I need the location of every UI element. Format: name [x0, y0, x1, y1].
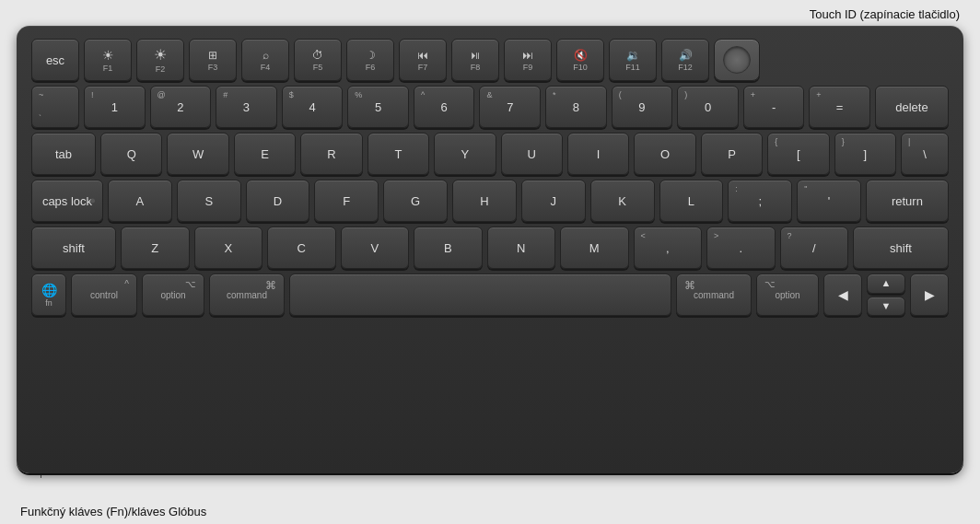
key-b[interactable]: B [414, 227, 483, 269]
key-f4[interactable]: ⌕ F4 [241, 39, 289, 81]
key-control-left[interactable]: ^ control [71, 274, 137, 316]
key-7[interactable]: & 7 [479, 86, 541, 128]
key-w[interactable]: W [167, 133, 228, 175]
row-asdf: caps lock A S D F G H J K L : ; " ' retu… [31, 180, 949, 222]
key-f6[interactable]: ☽ F6 [346, 39, 394, 81]
fn-annotation: Funkčný kláves (Fn)/kláves Glóbus [20, 505, 206, 518]
key-h[interactable]: H [452, 180, 517, 222]
key-slash[interactable]: ? / [780, 227, 849, 269]
key-x[interactable]: X [194, 227, 263, 269]
key-q[interactable]: Q [100, 133, 162, 175]
key-g[interactable]: G [383, 180, 448, 222]
key-f3-label: F3 [208, 64, 218, 72]
caps-lock-indicator [90, 199, 95, 204]
touchid-annotation: Touch ID (zapínacie tlačidlo) [810, 7, 960, 21]
key-shift-right[interactable]: shift [853, 227, 949, 269]
key-f10[interactable]: 🔇 F10 [556, 39, 604, 81]
keyboard: esc ☀ F1 ☀ F2 ⊞ F3 ⌕ F4 ⏱ F5 [17, 26, 963, 473]
key-shift-left[interactable]: shift [31, 227, 116, 269]
key-backslash[interactable]: | \ [901, 133, 949, 175]
key-arrow-right[interactable]: ▶ [910, 274, 949, 316]
key-f2-label: F2 [156, 65, 166, 74]
key-command-left[interactable]: ⌘ command [209, 274, 285, 316]
key-u[interactable]: U [501, 133, 563, 175]
key-z[interactable]: Z [121, 227, 190, 269]
key-return[interactable]: return [866, 180, 949, 222]
key-6[interactable]: ^ 6 [414, 86, 475, 128]
touchid-sensor [723, 46, 751, 74]
key-v[interactable]: V [341, 227, 410, 269]
key-f10-label: F10 [573, 64, 588, 72]
key-k[interactable]: K [590, 180, 655, 222]
key-5[interactable]: % 5 [347, 86, 409, 128]
row-numbers: ~ ` ! 1 @ 2 # 3 $ 4 % 5 [31, 86, 949, 128]
key-f1[interactable]: ☀ F1 [84, 39, 132, 81]
key-backtick[interactable]: ~ ` [31, 86, 79, 128]
keyboard-wrapper: esc ☀ F1 ☀ F2 ⊞ F3 ⌕ F4 ⏱ F5 [17, 26, 963, 473]
key-esc[interactable]: esc [31, 39, 79, 81]
key-delete[interactable]: delete [875, 86, 949, 128]
key-f8[interactable]: ⏯ F8 [451, 39, 499, 81]
key-o[interactable]: O [634, 133, 695, 175]
key-r[interactable]: R [300, 133, 362, 175]
key-option-left[interactable]: ⌥ option [142, 274, 204, 316]
key-comma[interactable]: < , [634, 227, 703, 269]
key-arrow-up[interactable]: ▲ [867, 274, 905, 294]
key-m[interactable]: M [560, 227, 629, 269]
key-arrow-down[interactable]: ▼ [867, 297, 905, 317]
key-f5[interactable]: ⏱ F5 [294, 39, 342, 81]
key-capslock[interactable]: caps lock [31, 180, 103, 222]
key-rbracket[interactable]: } ] [834, 133, 896, 175]
key-equals[interactable]: + = [809, 86, 870, 128]
key-esc-label: esc [46, 54, 64, 66]
key-i[interactable]: I [567, 133, 629, 175]
key-0[interactable]: ) 0 [677, 86, 739, 128]
row-fn: esc ☀ F1 ☀ F2 ⊞ F3 ⌕ F4 ⏱ F5 [31, 39, 949, 81]
key-9[interactable]: ( 9 [612, 86, 673, 128]
key-semicolon[interactable]: : ; [728, 180, 792, 222]
key-1[interactable]: ! 1 [84, 86, 146, 128]
key-2[interactable]: @ 2 [150, 86, 212, 128]
key-fn-globe[interactable]: 🌐 fn [31, 274, 66, 316]
key-8[interactable]: * 8 [545, 86, 607, 128]
key-e[interactable]: E [234, 133, 296, 175]
key-f9-label: F9 [523, 64, 533, 72]
key-f11[interactable]: 🔉 F11 [609, 39, 657, 81]
key-lbracket[interactable]: { [ [767, 133, 829, 175]
key-s[interactable]: S [177, 180, 241, 222]
key-f[interactable]: F [314, 180, 379, 222]
key-f2[interactable]: ☀ F2 [136, 39, 184, 81]
key-f6-label: F6 [366, 64, 376, 72]
key-touchid[interactable] [714, 39, 760, 81]
key-f5-label: F5 [313, 64, 323, 72]
key-f1-label: F1 [103, 64, 113, 73]
key-space[interactable] [289, 274, 671, 316]
key-p[interactable]: P [701, 133, 763, 175]
key-minus[interactable]: + - [743, 86, 805, 128]
key-arrow-left[interactable]: ◀ [823, 274, 862, 316]
key-quote[interactable]: " ' [797, 180, 861, 222]
key-f4-label: F4 [261, 64, 271, 72]
key-t[interactable]: T [368, 133, 429, 175]
key-command-right[interactable]: ⌘ command [676, 274, 752, 316]
key-3[interactable]: # 3 [216, 86, 277, 128]
key-f11-label: F11 [625, 64, 640, 72]
key-n[interactable]: N [487, 227, 556, 269]
key-j[interactable]: J [521, 180, 586, 222]
key-f7[interactable]: ⏮ F7 [399, 39, 447, 81]
row-modifiers: 🌐 fn ^ control ⌥ option ⌘ command [31, 274, 949, 316]
key-period[interactable]: > . [706, 227, 776, 269]
key-option-right[interactable]: ⌥ option [756, 274, 819, 316]
key-4[interactable]: $ 4 [282, 86, 344, 128]
key-c[interactable]: C [267, 227, 336, 269]
key-tab[interactable]: tab [31, 133, 96, 175]
key-a[interactable]: A [108, 180, 172, 222]
key-f9[interactable]: ⏭ F9 [504, 39, 552, 81]
key-f12[interactable]: 🔊 F12 [661, 39, 709, 81]
key-l[interactable]: L [659, 180, 724, 222]
key-f8-label: F8 [471, 64, 481, 72]
row-qwerty: tab Q W E R T Y U I O P { [ } ] | \ [31, 133, 949, 175]
key-d[interactable]: D [246, 180, 310, 222]
key-y[interactable]: Y [434, 133, 496, 175]
key-f3[interactable]: ⊞ F3 [189, 39, 237, 81]
